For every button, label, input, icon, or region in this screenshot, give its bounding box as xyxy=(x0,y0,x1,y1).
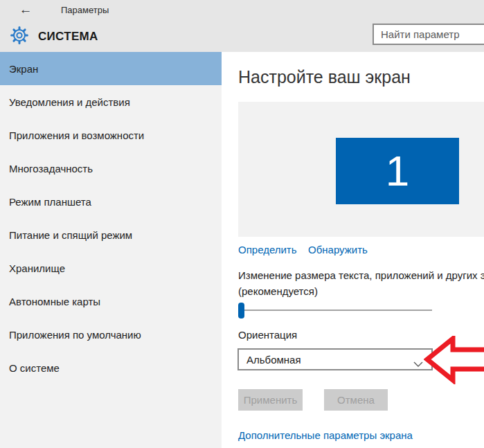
sidebar-item-storage[interactable]: Хранилище xyxy=(0,251,222,285)
sidebar-item-default-apps[interactable]: Приложения по умолчанию xyxy=(0,318,222,351)
sidebar-item-offline-maps[interactable]: Автономные карты xyxy=(0,285,222,318)
sidebar-item-label: Хранилище xyxy=(9,262,65,274)
sidebar-item-display[interactable]: Экран xyxy=(0,52,222,85)
content-heading: Настройте ваш экран xyxy=(238,67,411,87)
sidebar-item-label: Экран xyxy=(9,63,38,75)
settings-window: ← Параметры СИСТЕМА Экран Уведомления и … xyxy=(0,0,484,448)
sidebar-item-label: Приложения по умолчанию xyxy=(9,329,141,341)
sidebar-item-label: О системе xyxy=(9,362,60,374)
window-title: Параметры xyxy=(61,5,109,15)
sidebar-item-label: Уведомления и действия xyxy=(9,96,130,108)
cancel-button[interactable]: Отмена xyxy=(324,389,388,411)
back-button[interactable]: ← xyxy=(17,1,35,18)
sidebar-item-label: Многозадачность xyxy=(9,163,93,174)
display-preview-panel: 1 xyxy=(238,102,484,237)
scaling-slider-track[interactable] xyxy=(238,310,432,311)
red-annotation-arrow-icon xyxy=(424,336,484,387)
sidebar-item-label: Питание и спящий режим xyxy=(9,229,132,241)
detect-link[interactable]: Обнаружить xyxy=(308,244,368,256)
sidebar-item-about[interactable]: О системе xyxy=(0,351,222,384)
identify-link[interactable]: Определить xyxy=(238,244,297,256)
sidebar-item-label: Автономные карты xyxy=(9,296,100,307)
sidebar-item-power-sleep[interactable]: Питание и спящий режим xyxy=(0,218,222,251)
main-content: Настройте ваш экран 1 Определить Обнаруж… xyxy=(222,52,484,448)
sidebar-item-tablet-mode[interactable]: Режим планшета xyxy=(0,185,222,218)
monitor-1-tile[interactable]: 1 xyxy=(336,138,459,204)
orientation-label: Ориентация xyxy=(238,329,297,341)
sidebar-item-multitasking[interactable]: Многозадачность xyxy=(0,152,222,185)
advanced-display-settings-link[interactable]: Дополнительные параметры экрана xyxy=(238,429,413,441)
orientation-dropdown[interactable]: Альбомная xyxy=(237,348,433,370)
scaling-slider-thumb[interactable] xyxy=(238,303,244,319)
search-input[interactable] xyxy=(373,24,484,45)
sidebar-item-label: Режим планшета xyxy=(9,196,91,208)
header-bar: ← Параметры СИСТЕМА xyxy=(0,0,484,52)
scaling-recommended: (рекомендуется) xyxy=(238,285,318,297)
sidebar: Экран Уведомления и действия Приложения … xyxy=(0,52,222,448)
gear-icon xyxy=(10,26,29,48)
orientation-selected-value: Альбомная xyxy=(247,354,301,366)
chevron-down-icon xyxy=(413,357,423,369)
sidebar-item-label: Приложения и возможности xyxy=(9,129,144,141)
page-title: СИСТЕМА xyxy=(38,30,98,44)
sidebar-item-apps-features[interactable]: Приложения и возможности xyxy=(0,118,222,152)
monitor-number: 1 xyxy=(386,150,409,192)
apply-button[interactable]: Применить xyxy=(238,389,303,411)
sidebar-item-notifications[interactable]: Уведомления и действия xyxy=(0,85,222,118)
scaling-description: Изменение размера текста, приложений и д… xyxy=(238,269,484,281)
